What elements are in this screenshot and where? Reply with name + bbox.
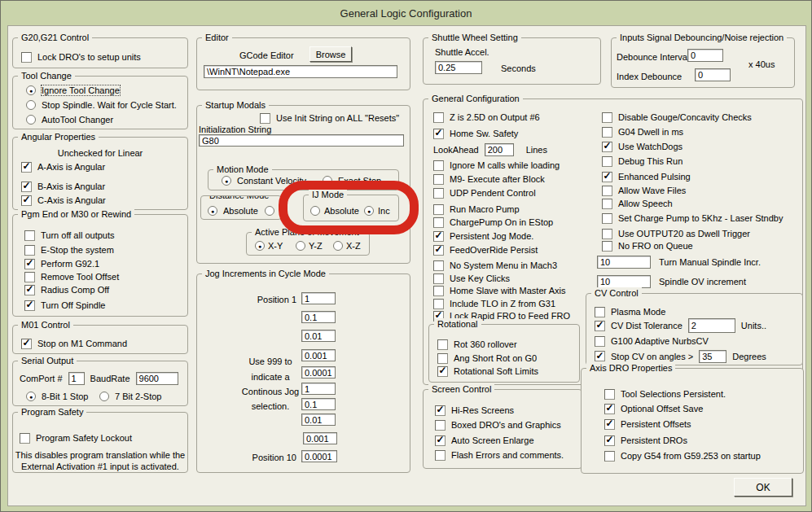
checkbox-row[interactable]: Allow Speech [602, 198, 673, 209]
checkbox-lock-dros[interactable]: Lock DRO's to setup units [21, 51, 141, 63]
checkbox-row[interactable]: Allow Wave Files [602, 185, 686, 196]
checkbox-row[interactable]: Z is 2.5D on Output #6 [433, 112, 540, 123]
jog-increment-input[interactable]: 0.01 [301, 414, 336, 426]
radio-plane-xy[interactable]: ●X-Y [255, 240, 283, 252]
checkbox-box: ✓ [21, 339, 32, 349]
radio-distance-inc[interactable]: Inc [265, 205, 282, 217]
radio-8bit-1stop[interactable]: ●8-Bit 1 Stop [26, 391, 88, 402]
checkbox-row[interactable]: ChargePump On in EStop [433, 217, 553, 228]
debounce-interval-input[interactable]: 0 [687, 49, 723, 62]
radio-plane-xz[interactable]: X-Z [333, 240, 361, 252]
checkbox-row[interactable]: E-Stop the system [24, 244, 114, 256]
checkbox-row[interactable]: ✓Persistent Jog Mode. [433, 230, 533, 242]
jog-increment-input[interactable]: 0.0001 [301, 450, 337, 462]
radio-ij-absolute[interactable]: Absolute [310, 205, 359, 217]
radio-ignore-tool-change[interactable]: ●Ignore Tool Change [26, 85, 120, 96]
jog-increment-input[interactable]: 0.1 [301, 311, 336, 323]
radio-plane-yz[interactable]: Y-Z [296, 240, 323, 252]
checkbox-box: ✓ [21, 195, 32, 206]
cv-dist-tolerance-input[interactable]: 2 [688, 318, 735, 333]
checkbox-row[interactable]: Use OUTPUT20 as Dwell Trigger [602, 228, 750, 239]
jog-increment-input[interactable]: 0.01 [301, 330, 336, 342]
checkbox-row[interactable]: ✓Optional Offset Save [604, 403, 703, 414]
browse-button[interactable]: Browse [309, 46, 352, 62]
checkbox-g100-nurbs[interactable]: G100 Adaptive NurbsCV [595, 335, 709, 347]
checkbox-row[interactable]: ✓Enhanced Pulsing [602, 171, 691, 182]
manual-spindle-incr-input[interactable]: 10 [597, 256, 651, 269]
editor-path-input[interactable]: \WinNT\Notepad.exe [204, 65, 397, 78]
checkbox-row[interactable]: Tool Selections Persistent. [604, 388, 726, 400]
checkbox-row[interactable]: Ang Short Rot on G0 [437, 352, 537, 364]
checkbox-plasma-mode[interactable]: Plasma Mode [595, 306, 665, 317]
checkbox-program-safety-lockout[interactable]: Program Safety Lockout [20, 432, 132, 444]
checkbox-row[interactable]: Run Macro Pump [433, 203, 520, 215]
jog-increment-input[interactable]: 1 [301, 292, 336, 304]
radio-dot: ● [258, 243, 261, 249]
checkbox-cv-dist-tolerance[interactable]: ✓CV Dist Tolerance [595, 321, 683, 331]
checkbox-row[interactable]: ✓Radius Comp Off [24, 284, 109, 295]
checkbox-row[interactable]: Flash Errors and comments. [435, 449, 564, 461]
checkbox-row[interactable]: UDP Pendent Control [433, 187, 536, 199]
checkbox-label: Rot 360 rollover [454, 339, 517, 349]
checkbox-a-axis-angular[interactable]: ✓A-Axis is Angular [21, 161, 105, 173]
checkbox-row[interactable]: Set Charge Pump to 5Khz - Laser Stndby [602, 212, 783, 224]
checkbox-row[interactable]: ✓Rotational Soft Limits [437, 365, 538, 377]
jog-note-line: indicate a [226, 371, 315, 383]
checkbox-row[interactable]: Home Slave with Master Axis [433, 285, 565, 296]
index-debounce-input[interactable]: 0 [695, 68, 731, 81]
spindle-ov-input[interactable]: 10 [597, 275, 651, 288]
radio-exact-stop[interactable]: Exact Stop [323, 175, 381, 186]
group-title: Jog Increments in Cycle Mode [202, 268, 329, 279]
checkbox-row[interactable]: ✓FeedOverRide Persist [433, 244, 538, 256]
radio-7bit-2stop[interactable]: 7 Bit 2-Stop [99, 391, 161, 402]
checkbox-row[interactable]: Include TLO in Z from G31 [433, 298, 555, 309]
checkbox-b-axis-angular[interactable]: ✓B-Axis is Angular [21, 181, 105, 192]
checkbox-row[interactable]: Remove Tool Offset [24, 271, 119, 282]
radio-autotool-changer[interactable]: AutoTool Changer [26, 114, 113, 125]
checkbox-row[interactable]: No FRO on Queue [602, 240, 693, 252]
shuttle-accel-input[interactable]: 0.25 [435, 61, 482, 74]
checkbox-row[interactable]: Disable Gouge/Concavity Checks [602, 112, 752, 123]
checkbox-row[interactable]: ✓Hi-Res Screens [435, 405, 514, 416]
checkbox-row[interactable]: Use Key Clicks [433, 273, 510, 284]
checkbox-row[interactable]: No System Menu in Mach3 [433, 260, 557, 271]
checkbox-row[interactable]: M9- Execute after Block [433, 173, 545, 185]
checkbox-row[interactable]: ✓Persistent Offsets [604, 418, 691, 430]
check-glyph: ✓ [434, 244, 442, 254]
checkbox-label: Turn off all outputs [41, 230, 115, 240]
checkbox-box [604, 389, 615, 400]
checkbox-row[interactable]: Turn off all outputs [24, 230, 115, 241]
checkbox-c-axis-angular[interactable]: ✓C-Axis is Angular [21, 195, 106, 206]
check-glyph: ✓ [25, 284, 33, 294]
checkbox-use-init-string[interactable]: Use Init String on ALL "Resets" [260, 112, 399, 124]
checkbox-row[interactable]: Boxed DRO's and Graphics [435, 419, 561, 431]
init-string-input[interactable]: G80 [199, 134, 404, 147]
checkbox-row[interactable]: ✓Use WatchDogs [602, 141, 683, 152]
stop-cv-angle-input[interactable]: 35 [699, 350, 726, 363]
radio-constant-velocity[interactable]: ●Constant Velocity [222, 175, 306, 186]
radio-distance-absolute[interactable]: ●Absolute [208, 205, 258, 217]
checkbox-row[interactable]: ✓Turn Off Spindle [24, 300, 106, 311]
checkbox-stop-on-m1[interactable]: ✓Stop on M1 Command [21, 338, 127, 349]
checkbox-row[interactable]: Rot 360 rollover [437, 339, 517, 350]
checkbox-row[interactable]: ✓Persistent DROs [604, 435, 687, 446]
ok-button[interactable]: OK [734, 478, 792, 497]
checkbox-box [24, 272, 35, 282]
checkbox-stop-cv-angles[interactable]: ✓Stop CV on angles > [595, 351, 693, 361]
checkbox-label: Allow Wave Files [618, 186, 686, 195]
radio-ij-inc[interactable]: ●Inc [364, 205, 390, 217]
checkbox-row[interactable]: ✓Home Sw. Safety [433, 128, 518, 139]
checkbox-row[interactable]: ✓Perform G92.1 [24, 258, 99, 269]
baudrate-input[interactable]: 9600 [136, 372, 178, 385]
group-serial-output: Serial Output ComPort # 1 BaudRate 9600 … [12, 361, 188, 406]
radio-stop-spindle-wait[interactable]: Stop Spindle. Wait for Cycle Start. [26, 99, 177, 111]
comport-input[interactable]: 1 [68, 372, 85, 385]
checkbox-row[interactable]: ✓Auto Screen Enlarge [435, 435, 534, 446]
check-glyph: ✓ [25, 300, 33, 309]
checkbox-row[interactable]: G04 Dwell in ms [602, 126, 683, 138]
jog-increment-input[interactable]: 0.001 [303, 432, 337, 444]
checkbox-row[interactable]: Debug This Run [602, 155, 683, 167]
lookahead-input[interactable]: 200 [485, 143, 514, 156]
checkbox-row[interactable]: Ignore M calls while loading [433, 160, 560, 171]
checkbox-row[interactable]: Copy G54 from G59.253 on startup [604, 450, 761, 462]
